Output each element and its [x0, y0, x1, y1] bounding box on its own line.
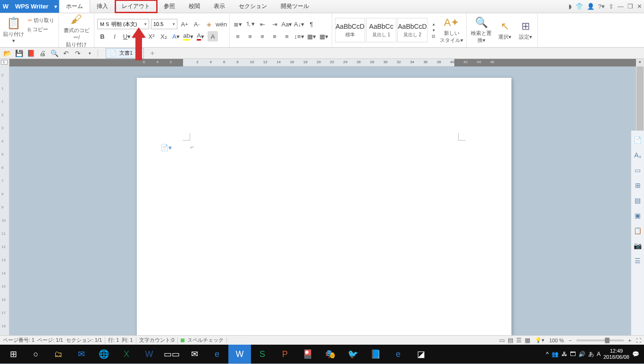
outlook-icon[interactable]: ✉ — [70, 345, 92, 364]
lightbulb-icon[interactable]: 💡▾ — [535, 337, 544, 343]
tab-layout[interactable]: レイアウト — [115, 0, 157, 13]
style-heading1[interactable]: AaBbCc 見出し 1 — [366, 18, 396, 42]
page-icon[interactable]: 📄 — [633, 136, 643, 147]
numbering-button[interactable]: ⒈▾ — [245, 19, 255, 29]
redo-button[interactable]: ↷ — [73, 48, 83, 58]
outline-icon[interactable]: ▣ — [633, 212, 643, 222]
shrink-font-button[interactable]: A- — [192, 19, 202, 29]
align-right-button[interactable]: ≡ — [257, 31, 268, 41]
section-marker-icon[interactable]: 📄▾ — [160, 144, 172, 151]
ime-icon[interactable]: あ — [588, 350, 594, 358]
view-outline-icon[interactable]: ☰ — [516, 337, 522, 344]
font-color-button[interactable]: A▾ — [195, 31, 206, 41]
status-line[interactable]: 行: 1 — [108, 337, 119, 344]
qat-more[interactable]: ▾ — [84, 48, 95, 58]
shading-button[interactable]: ▦▾ — [306, 31, 317, 41]
edge-icon[interactable]: e — [206, 345, 228, 364]
copy-button[interactable]: ⎘コピー — [26, 25, 56, 33]
zoom-value[interactable]: 100 % — [549, 338, 564, 343]
style-gallery-expand[interactable]: ⊟ — [428, 33, 439, 39]
close-button[interactable]: ✕ — [637, 3, 642, 10]
wps-writer-taskbar-icon[interactable]: W — [228, 345, 251, 364]
save-button[interactable]: 💾 — [14, 48, 24, 58]
style-scroll-down[interactable]: ▾ — [428, 27, 439, 33]
new-style-button[interactable]: A✦ 新しい スタイル▾ — [440, 17, 463, 44]
undo-button[interactable]: ↶ — [61, 48, 71, 58]
zoom-out-button[interactable]: − — [569, 338, 571, 343]
cortana-icon[interactable]: ○ — [25, 345, 47, 364]
settings-button[interactable]: ⊞ 設定▾ — [517, 20, 535, 41]
grow-font-button[interactable]: A+ — [179, 19, 190, 29]
bold-button[interactable]: B — [97, 31, 108, 41]
page[interactable]: 📄▾ ↵ — [137, 78, 511, 335]
ime-a-icon[interactable]: A — [597, 351, 601, 357]
mail-icon[interactable]: ✉ — [183, 345, 206, 364]
view-print-layout-icon[interactable]: ▭ — [499, 337, 505, 344]
italic-button[interactable]: I — [109, 31, 120, 41]
font-size-combo[interactable]: 10.5 ▾ — [151, 19, 177, 29]
distribute-button[interactable]: ≡ — [282, 31, 292, 41]
excel-icon[interactable]: X — [115, 345, 138, 364]
clipboard-panel-icon[interactable]: 📋 — [633, 227, 643, 237]
cut-button[interactable]: ✂切り取り — [26, 17, 56, 25]
document-area[interactable]: 6422468101214161820222426283032343638404… — [9, 59, 644, 335]
align-left-button[interactable]: ≡ — [233, 31, 243, 41]
tab-view[interactable]: 表示 — [207, 0, 232, 13]
zoom-slider[interactable] — [577, 339, 624, 341]
app-menu-dropdown[interactable]: ▾ — [52, 0, 59, 13]
properties-icon[interactable]: ☰ — [633, 257, 643, 267]
ie-icon[interactable]: e — [387, 345, 410, 364]
scroll-up-arrow[interactable]: ▴ — [636, 59, 644, 66]
add-tab-button[interactable]: ＋ — [145, 49, 159, 58]
char-shading-button[interactable]: A — [208, 31, 218, 41]
wps-presentation-icon[interactable]: P — [274, 345, 296, 364]
print-preview-button[interactable]: 🔍 — [49, 48, 59, 58]
thunderbird-icon[interactable]: 🐦 — [342, 345, 364, 364]
tab-reference[interactable]: 参照 — [157, 0, 182, 13]
style-scroll-up[interactable]: ▴ — [428, 21, 439, 27]
tab-home[interactable]: ホーム — [59, 0, 90, 13]
tshirt-icon[interactable]: 👕 — [576, 3, 583, 10]
view-web-icon[interactable]: ▦ — [525, 337, 530, 344]
strike-button[interactable]: AB▾ — [134, 31, 144, 41]
phonetic-button[interactable]: wén — [216, 19, 226, 29]
subscript-button[interactable]: X₂ — [159, 31, 169, 41]
status-spellcheck[interactable]: スペルチェック — [187, 337, 224, 344]
highlight-button[interactable]: ab▾ — [183, 31, 193, 41]
people-icon[interactable]: 👥 — [552, 351, 559, 357]
start-button[interactable]: ⊞ — [2, 345, 25, 364]
open-button[interactable]: 📂 — [2, 48, 12, 58]
zoom-in-button[interactable]: + — [628, 338, 631, 343]
bullets-button[interactable]: ≣▾ — [233, 19, 243, 29]
change-case-button[interactable]: Aa▾ — [282, 19, 292, 29]
format-painter-button[interactable]: 🖌 書式のコピー/ 貼り付け — [62, 13, 91, 48]
sort-button[interactable]: A↓▾ — [294, 19, 304, 29]
zoom-knob[interactable] — [605, 338, 610, 343]
wps-spreadsheet-icon[interactable]: S — [251, 345, 274, 364]
skin-icon[interactable]: ◗ — [569, 3, 572, 10]
word-icon[interactable]: W — [138, 345, 160, 364]
taskview-icon[interactable]: ▭▭ — [160, 345, 183, 364]
app-icon-1[interactable]: 🎴 — [296, 345, 319, 364]
fullscreen-icon[interactable]: ⛶ — [636, 338, 641, 343]
tab-devtools[interactable]: 開発ツール — [274, 0, 316, 13]
paste-button[interactable]: 📋 貼り付け▾ — [3, 17, 25, 44]
align-center-button[interactable]: ≡ — [245, 31, 255, 41]
tab-review[interactable]: 校閲 — [182, 0, 207, 13]
app-icon-3[interactable]: 📘 — [364, 345, 387, 364]
font-icon[interactable]: Aᵧ — [633, 151, 643, 162]
share-icon[interactable]: ⇪ — [609, 3, 614, 10]
justify-button[interactable]: ≡ — [269, 31, 280, 41]
status-page[interactable]: ページ: 1/1 — [37, 337, 63, 344]
clear-format-button[interactable]: ◈ — [204, 19, 214, 29]
app-icon-4[interactable]: ◪ — [410, 345, 432, 364]
view-read-icon[interactable]: ▤ — [508, 337, 513, 344]
document-tab[interactable]: 📄 文書1 ✕ — [106, 48, 144, 58]
underline-button[interactable]: U▾ — [122, 31, 132, 41]
taskbar-clock[interactable]: 12:49 2018/06/08 — [603, 348, 629, 360]
header-footer-icon[interactable]: ▤ — [633, 197, 643, 207]
file-explorer-icon[interactable]: 🗂 — [47, 345, 70, 364]
status-page-number[interactable]: ページ番号: 1 — [3, 337, 34, 344]
select-button[interactable]: ↖ 選択▾ — [496, 20, 514, 41]
tab-insert[interactable]: 挿入 — [90, 0, 115, 13]
